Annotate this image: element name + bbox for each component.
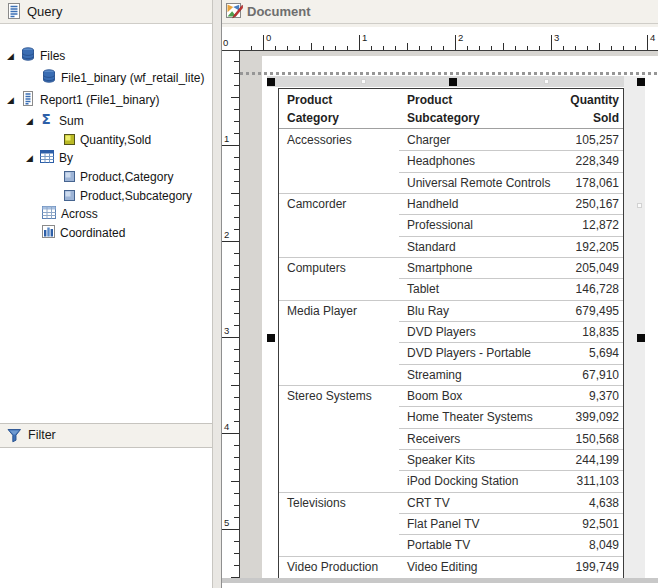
table-row[interactable]: Universal Remote Controls178,061	[279, 172, 623, 193]
table-row[interactable]: iPod Docking Station311,103	[279, 470, 623, 491]
cell-product-subcategory: Handheld	[399, 193, 556, 214]
cell-product-subcategory: Speaker Kits	[399, 449, 556, 470]
tree-item-sum[interactable]: ◢ Σ Sum	[0, 112, 210, 130]
cell-product-category: Computers	[279, 257, 399, 278]
cell-product-category	[279, 449, 399, 470]
tree-item-by[interactable]: ◢ By	[0, 149, 210, 167]
ruler-label: 4	[224, 421, 229, 432]
table-row[interactable]: Receivers150,568	[279, 428, 623, 449]
report-table-header-row: Product Category Product Subcategory Qua…	[279, 89, 623, 129]
ruler-label: 3	[224, 325, 229, 336]
tree-item-files[interactable]: ◢ Files	[0, 47, 210, 65]
ruler-tick	[234, 133, 239, 134]
selection-handle-top-right[interactable]	[637, 78, 645, 86]
sigma-icon: Σ	[40, 112, 54, 130]
table-row[interactable]: Speaker Kits244,199	[279, 449, 623, 470]
table-row[interactable]: Professional12,872	[279, 214, 623, 235]
ruler-tick	[234, 169, 239, 170]
table-row[interactable]: Portable TV8,049	[279, 534, 623, 555]
table-row[interactable]: Headphones228,349	[279, 150, 623, 171]
query-document-icon	[6, 3, 22, 23]
ruler-tick	[231, 385, 239, 386]
selection-handle-top-left[interactable]	[267, 78, 275, 86]
tree-item-label: Coordinated	[60, 226, 125, 240]
tree-item-coordinated[interactable]: Coordinated	[0, 224, 210, 242]
ruler-tick	[234, 265, 239, 266]
selection-handle-mid-right[interactable]	[637, 334, 645, 342]
expand-arrow-icon[interactable]: ◢	[26, 116, 40, 126]
ruler-tick	[234, 421, 239, 422]
tree-item-product-category[interactable]: Product,Category	[0, 168, 210, 186]
cell-quantity-sold: 9,370	[556, 385, 623, 406]
cell-product-category	[279, 278, 399, 299]
tree-item-label: By	[59, 151, 73, 165]
cell-product-subcategory: CRT TV	[399, 492, 556, 513]
ruler-label: 1	[362, 32, 367, 43]
column-header-line: Sold	[556, 109, 619, 127]
measure-field-icon	[64, 131, 75, 149]
query-panel-header: Query	[0, 0, 212, 24]
tree-item-file1-binary[interactable]: File1_binary (wf_retail_lite)	[0, 69, 210, 87]
tree-item-label: Across	[61, 207, 98, 221]
cell-product-category: Camcorder	[279, 193, 399, 214]
table-row[interactable]: Media PlayerBlu Ray679,495	[279, 300, 623, 321]
ruler-tick	[234, 181, 239, 182]
column-header-product-category[interactable]: Product Category	[279, 89, 399, 128]
table-row[interactable]: Tablet146,728	[279, 278, 623, 299]
database-icon	[42, 69, 56, 88]
tree-item-across[interactable]: Across	[0, 205, 210, 223]
ruler-label: 2	[224, 229, 229, 240]
ruler-tick	[231, 193, 239, 194]
ruler-tick	[234, 457, 239, 458]
table-row[interactable]: Streaming67,910	[279, 364, 623, 385]
filter-panel-body[interactable]	[0, 448, 212, 588]
cell-product-category	[279, 470, 399, 491]
ruler-tick	[234, 85, 239, 86]
query-panel-title: Query	[27, 4, 62, 19]
table-row[interactable]: Stereo SystemsBoom Box9,370	[279, 385, 623, 406]
report-table[interactable]: Product Category Product Subcategory Qua…	[278, 88, 624, 578]
ruler-tick	[231, 481, 239, 482]
selection-handle-top-center[interactable]	[449, 78, 457, 86]
tree-item-label: Quantity,Sold	[80, 133, 151, 147]
table-row[interactable]: AccessoriesCharger105,257	[279, 129, 623, 150]
table-row[interactable]: Standard192,205	[279, 236, 623, 257]
tree-item-label: File1_binary (wf_retail_lite)	[61, 71, 204, 85]
column-header-product-subcategory[interactable]: Product Subcategory	[399, 89, 556, 128]
column-header-quantity-sold[interactable]: Quantity Sold	[556, 89, 623, 128]
tree-item-quantity-sold[interactable]: Quantity,Sold	[0, 131, 210, 149]
table-row[interactable]: ComputersSmartphone205,049	[279, 257, 623, 278]
ruler-tick	[234, 277, 239, 278]
table-row[interactable]: TelevisionsCRT TV4,638	[279, 492, 623, 513]
cell-product-subcategory: Video Editing	[399, 556, 556, 577]
cell-quantity-sold: 67,910	[556, 364, 623, 385]
by-table-icon	[40, 149, 54, 167]
across-table-icon	[42, 205, 56, 223]
panel-splitter[interactable]	[213, 0, 222, 588]
ruler-tick	[234, 349, 239, 350]
tree-item-report1[interactable]: ◢ Report1 (File1_binary)	[0, 91, 210, 109]
table-row[interactable]: Flat Panel TV92,501	[279, 513, 623, 534]
table-row[interactable]: DVD Players - Portable5,694	[279, 342, 623, 363]
tree-item-product-subcategory[interactable]: Product,Subcategory	[0, 187, 210, 205]
ruler-tick	[234, 109, 239, 110]
expand-arrow-icon[interactable]: ◢	[7, 95, 21, 105]
selection-dot	[637, 203, 642, 208]
ruler-tick	[234, 373, 239, 374]
tree-item-label: Report1 (File1_binary)	[40, 93, 159, 107]
ruler-tick	[234, 565, 239, 566]
expand-arrow-icon[interactable]: ◢	[26, 153, 40, 163]
cell-product-category	[279, 406, 399, 427]
table-row[interactable]: Home Theater Systems399,092	[279, 406, 623, 427]
table-row[interactable]: Video ProductionVideo Editing199,749	[279, 556, 623, 577]
expand-arrow-icon[interactable]: ◢	[7, 51, 21, 61]
document-canvas[interactable]: Product Category Product Subcategory Qua…	[240, 51, 658, 578]
selection-handle-mid-left[interactable]	[267, 334, 275, 342]
table-row[interactable]: DVD Players18,835	[279, 321, 623, 342]
cell-product-category: Video Production	[279, 556, 399, 577]
vertical-ruler-zero-label: 0	[223, 37, 228, 48]
cell-quantity-sold: 105,257	[556, 129, 623, 150]
table-row[interactable]: CamcorderHandheld250,167	[279, 193, 623, 214]
cell-product-subcategory: Boom Box	[399, 385, 556, 406]
ruler-label: 4	[650, 32, 655, 43]
